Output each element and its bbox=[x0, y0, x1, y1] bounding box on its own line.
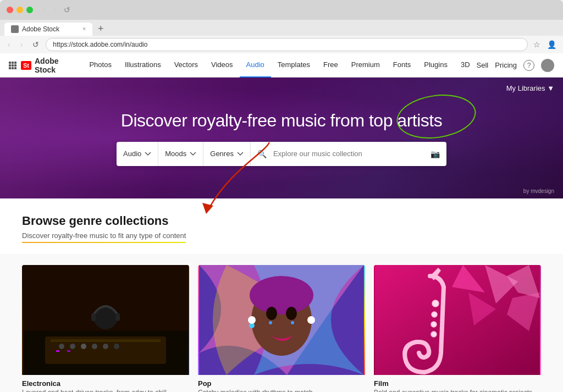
moods-dropdown[interactable]: Moods bbox=[158, 142, 203, 166]
nav-3d[interactable]: 3D bbox=[454, 53, 477, 78]
genres-dropdown-chevron bbox=[237, 151, 244, 157]
nav-help-icon[interactable]: ? bbox=[523, 60, 534, 71]
genre-name-electronica: Electronica bbox=[22, 379, 189, 388]
hero-title: Discover royalty-free music from top art… bbox=[121, 111, 442, 131]
tab-bar: Adobe Stock × + bbox=[0, 20, 563, 36]
nav-videos[interactable]: Videos bbox=[205, 53, 240, 78]
adobe-logo-box: St bbox=[21, 61, 31, 70]
nav-free[interactable]: Free bbox=[317, 53, 345, 78]
adobe-stock-text: Adobe Stock bbox=[35, 57, 69, 74]
nav-plugins[interactable]: Plugins bbox=[417, 53, 454, 78]
camera-search-icon[interactable]: 📷 bbox=[424, 150, 446, 158]
svg-point-9 bbox=[103, 344, 108, 349]
svg-point-11 bbox=[93, 305, 118, 329]
svg-point-25 bbox=[307, 316, 315, 324]
nav-premium[interactable]: Premium bbox=[345, 53, 387, 78]
search-icon: 🔍 bbox=[251, 150, 273, 158]
close-dot[interactable] bbox=[7, 7, 13, 13]
search-input[interactable] bbox=[273, 150, 424, 158]
nav-avatar[interactable] bbox=[541, 59, 554, 72]
genre-desc-film: Bold and evocative music tracks for cine… bbox=[374, 389, 541, 392]
hero-background bbox=[0, 78, 563, 198]
genres-dropdown-label: Genres bbox=[210, 150, 234, 158]
svg-point-18 bbox=[250, 276, 313, 314]
tab-label: Adobe Stock bbox=[22, 25, 59, 33]
genre-grid: Electronica Layered and beat-driven trac… bbox=[0, 254, 563, 392]
nav-vectors[interactable]: Vectors bbox=[168, 53, 205, 78]
nav-right: Sell Pricing ? bbox=[477, 59, 554, 72]
genres-dropdown[interactable]: Genres bbox=[203, 142, 251, 166]
browser-window: ‹ › ↺ Adobe Stock × + ‹ › ↺ ☆ 👤 bbox=[0, 0, 563, 53]
svg-rect-13 bbox=[115, 313, 120, 321]
bookmark-icon[interactable]: ☆ bbox=[531, 39, 543, 50]
tab-favicon bbox=[11, 25, 19, 33]
genre-image-electronica bbox=[22, 265, 189, 375]
svg-point-5 bbox=[59, 344, 64, 349]
nav-links: Photos Illustrations Vectors Videos Audi… bbox=[82, 53, 476, 78]
browse-subtitle: Discover royalty-free music to fit any t… bbox=[22, 231, 186, 243]
browse-title: Browse genre collections bbox=[22, 214, 541, 228]
apps-grid-icon[interactable] bbox=[9, 62, 16, 69]
site-content: St Adobe Stock Photos Illustrations Vect… bbox=[0, 53, 563, 392]
nav-fonts[interactable]: Fonts bbox=[387, 53, 418, 78]
svg-point-33 bbox=[432, 300, 439, 307]
genre-image-film bbox=[374, 265, 541, 375]
maximize-dot[interactable] bbox=[26, 7, 33, 13]
new-tab-button[interactable]: + bbox=[95, 22, 107, 36]
svg-point-24 bbox=[248, 316, 256, 324]
address-bar-row: ‹ › ↺ ☆ 👤 bbox=[0, 36, 563, 53]
svg-point-20 bbox=[286, 307, 297, 320]
nav-photos[interactable]: Photos bbox=[82, 53, 118, 78]
refresh-button[interactable]: ↺ bbox=[61, 4, 73, 15]
film-illustration bbox=[374, 265, 541, 375]
tab-close-button[interactable]: × bbox=[82, 26, 86, 32]
svg-point-23 bbox=[291, 321, 294, 324]
svg-rect-4 bbox=[51, 339, 161, 342]
back-button[interactable]: ‹ bbox=[41, 4, 49, 15]
electronica-illustration bbox=[22, 265, 189, 375]
genre-name-pop: Pop bbox=[198, 379, 365, 388]
account-icon[interactable]: 👤 bbox=[545, 39, 559, 50]
svg-point-34 bbox=[432, 312, 437, 317]
nav-audio[interactable]: Audio bbox=[240, 53, 271, 78]
nav-pricing-link[interactable]: Pricing bbox=[495, 61, 517, 69]
minimize-dot[interactable] bbox=[16, 7, 23, 13]
svg-rect-15 bbox=[67, 350, 70, 352]
address-refresh-button[interactable]: ↺ bbox=[29, 38, 42, 51]
hero-wrapper: My Libraries ▼ Discover royalty-free mus… bbox=[0, 78, 563, 198]
forward-button[interactable]: › bbox=[51, 4, 59, 15]
genre-card-film[interactable]: Film Bold and evocative music tracks for… bbox=[374, 265, 541, 392]
svg-point-35 bbox=[431, 322, 437, 327]
genre-card-electronica[interactable]: Electronica Layered and beat-driven trac… bbox=[22, 265, 189, 392]
pop-illustration bbox=[198, 265, 365, 375]
svg-point-7 bbox=[81, 344, 86, 349]
titlebar: ‹ › ↺ bbox=[0, 0, 563, 20]
address-back-button[interactable]: ‹ bbox=[4, 38, 14, 51]
genre-desc-pop: Catchy melodies with rhythms to match bbox=[198, 389, 365, 392]
by-mvdesign-credit: by mvdesign bbox=[523, 188, 554, 194]
nav-templates[interactable]: Templates bbox=[271, 53, 317, 78]
my-libraries-button[interactable]: My Libraries ▼ bbox=[506, 84, 554, 92]
nav-illustrations[interactable]: Illustrations bbox=[118, 53, 168, 78]
address-input[interactable] bbox=[46, 38, 528, 51]
svg-point-36 bbox=[431, 332, 437, 337]
genre-card-pop[interactable]: Pop Catchy melodies with rhythms to matc… bbox=[198, 265, 365, 392]
svg-point-22 bbox=[269, 321, 272, 324]
address-forward-button[interactable]: › bbox=[17, 38, 26, 51]
browser-tab[interactable]: Adobe Stock × bbox=[4, 23, 92, 36]
moods-dropdown-chevron bbox=[190, 151, 196, 157]
browser-nav: ‹ › ↺ bbox=[41, 4, 73, 15]
nav-sell-link[interactable]: Sell bbox=[477, 61, 489, 69]
genre-image-pop bbox=[198, 265, 365, 375]
audio-dropdown[interactable]: Audio bbox=[117, 142, 158, 166]
hero-search-bar: Audio Moods Genres 🔍 📷 bbox=[117, 142, 446, 166]
audio-dropdown-chevron bbox=[145, 151, 151, 157]
svg-point-6 bbox=[70, 344, 75, 349]
svg-point-8 bbox=[92, 344, 97, 349]
adobe-stock-logo[interactable]: St Adobe Stock bbox=[21, 57, 69, 74]
svg-rect-12 bbox=[91, 313, 96, 321]
site-nav: St Adobe Stock Photos Illustrations Vect… bbox=[0, 53, 563, 78]
hero-section: My Libraries ▼ Discover royalty-free mus… bbox=[0, 78, 563, 198]
genre-desc-electronica: Layered and beat-driven tracks, from edg… bbox=[22, 389, 189, 392]
svg-point-10 bbox=[114, 344, 119, 349]
